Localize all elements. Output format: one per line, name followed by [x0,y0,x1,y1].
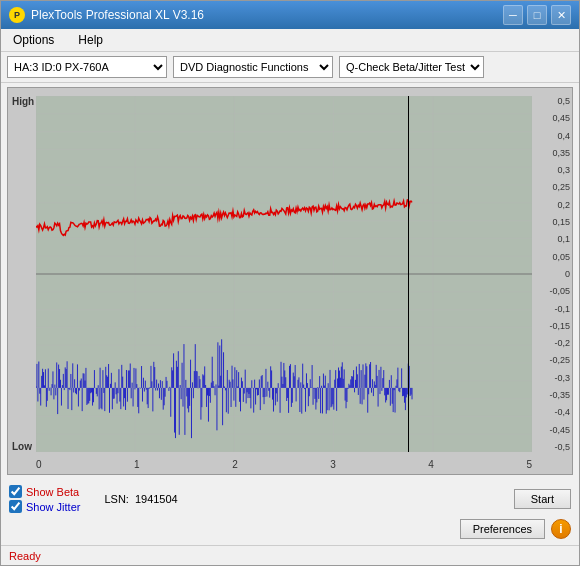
test-select[interactable]: Q-Check Beta/Jitter Test [339,56,484,78]
show-jitter-checkbox[interactable] [9,500,22,513]
app-icon: P [9,7,25,23]
close-button[interactable]: ✕ [551,5,571,25]
toolbar: HA:3 ID:0 PX-760A DVD Diagnostic Functio… [1,52,579,83]
function-select[interactable]: DVD Diagnostic Functions [173,56,333,78]
chart-area: High Low 0,5 0,45 0,4 0,35 0,3 0,25 0,2 … [1,83,579,479]
maximize-button[interactable]: □ [527,5,547,25]
info-button[interactable]: i [551,519,571,539]
bottom-panel: Show Beta Show Jitter LSN: 1941504 Start… [1,479,579,545]
y-axis-low-label: Low [12,441,32,452]
status-bar: Ready [1,545,579,565]
x-axis-labels: 0 1 2 3 4 5 [36,459,532,470]
main-window: P PlexTools Professional XL V3.16 ─ □ ✕ … [0,0,580,566]
title-controls: ─ □ ✕ [503,5,571,25]
checkboxes: Show Beta Show Jitter [9,485,80,513]
show-jitter-label: Show Jitter [26,501,80,513]
title-bar: P PlexTools Professional XL V3.16 ─ □ ✕ [1,1,579,29]
window-title: PlexTools Professional XL V3.16 [31,8,204,22]
lsn-value: 1941504 [135,493,178,505]
show-beta-label: Show Beta [26,486,79,498]
controls-row: Show Beta Show Jitter LSN: 1941504 Start [9,485,571,513]
drive-select[interactable]: HA:3 ID:0 PX-760A [7,56,167,78]
title-bar-left: P PlexTools Professional XL V3.16 [9,7,204,23]
lsn-label: LSN: [104,493,128,505]
show-beta-row: Show Beta [9,485,80,498]
y-axis-right: 0,5 0,45 0,4 0,35 0,3 0,25 0,2 0,15 0,1 … [549,96,570,452]
show-beta-checkbox[interactable] [9,485,22,498]
minimize-button[interactable]: ─ [503,5,523,25]
lsn-info: LSN: 1941504 [104,493,177,505]
chart-container: High Low 0,5 0,45 0,4 0,35 0,3 0,25 0,2 … [7,87,573,475]
chart-inner [36,96,532,452]
y-axis-high-label: High [12,96,34,107]
menu-bar: Options Help [1,29,579,52]
show-jitter-row: Show Jitter [9,500,80,513]
prefs-row: Preferences i [9,519,571,539]
preferences-button[interactable]: Preferences [460,519,545,539]
menu-help[interactable]: Help [72,31,109,49]
chart-canvas [36,96,532,452]
start-button[interactable]: Start [514,489,571,509]
status-text: Ready [9,550,41,562]
menu-options[interactable]: Options [7,31,60,49]
